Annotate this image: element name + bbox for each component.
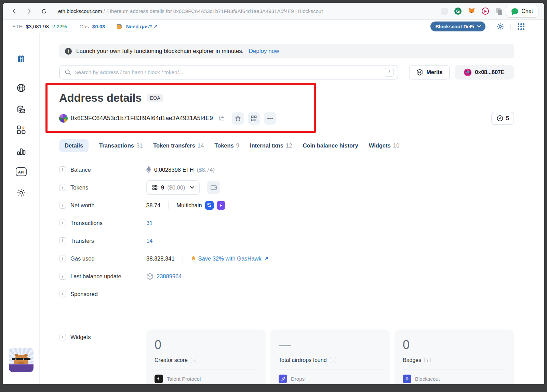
address-row: 0x6C9FC64A53c1b71FB3f9Af64d1ae3A4931A5f4… — [59, 112, 514, 125]
divider — [183, 254, 183, 263]
forward-icon[interactable] — [25, 8, 33, 15]
merits-label: Merits — [426, 69, 442, 75]
eth-change: 2.22% — [52, 24, 67, 29]
info-icon[interactable]: i — [59, 334, 66, 340]
info-icon[interactable]: i — [59, 237, 66, 244]
sidebar-api-icon[interactable]: API — [15, 167, 27, 178]
tab-transactions[interactable]: Transactions31 — [99, 142, 143, 149]
tab-tokens[interactable]: Tokens9 — [214, 142, 239, 149]
transactions-count-link[interactable]: 31 — [146, 220, 152, 226]
tab-token-transfers[interactable]: Token transfers14 — [153, 142, 204, 149]
chat-button[interactable]: Chat — [506, 5, 538, 17]
gashawk-link[interactable]: Save 32% with GasHawk↗ — [191, 255, 269, 262]
drops-rocket-icon — [279, 375, 287, 383]
info-icon[interactable]: i — [59, 273, 66, 280]
zapper-icon[interactable] — [217, 201, 225, 210]
address-avatar — [59, 114, 68, 123]
capybara-mascot[interactable] — [9, 348, 34, 372]
info-icon[interactable]: i — [59, 255, 66, 262]
balance-label: Balance — [70, 167, 91, 173]
back-icon[interactable] — [10, 8, 18, 15]
airdrops-source: Drops — [291, 376, 305, 382]
tokens-dropdown-button[interactable]: 9 ($0.00) — [146, 180, 200, 195]
metamask-icon[interactable] — [468, 7, 476, 15]
multichain-label: Multichain — [176, 202, 202, 209]
details-panel: iBalance 0.0028398 ETH ($8.74) iTokens 9… — [59, 161, 514, 384]
pinned-extension-icon[interactable] — [440, 7, 448, 15]
last-balance-update-block-link[interactable]: 23889964 — [157, 273, 182, 280]
tokens-row: iTokens 9 ($0.00) — [59, 179, 514, 196]
tab-bar: Details Transactions31 Token transfers14… — [59, 139, 514, 152]
copy-address-button[interactable] — [216, 112, 228, 125]
blockscout-badge-icon — [403, 375, 411, 383]
gas-pump-icon — [117, 24, 122, 30]
info-icon[interactable]: i — [191, 357, 197, 363]
sidebar: API — [3, 33, 40, 384]
tab-widgets[interactable]: Widgets10 — [369, 142, 399, 149]
creator-score-source: Talent Protocol — [167, 376, 201, 382]
creator-score-card[interactable]: 0 Creator scorei Talent Protocol — [146, 330, 266, 384]
info-icon[interactable]: i — [59, 202, 66, 209]
grammarly-icon[interactable]: G — [454, 7, 462, 15]
tokens-count: 9 — [161, 184, 164, 191]
main-content: i Launch your own fully functioning bloc… — [40, 33, 544, 384]
gas-price-link[interactable]: $0.03 — [92, 24, 105, 29]
info-icon[interactable]: i — [59, 220, 66, 226]
ethereum-icon — [146, 166, 151, 173]
search-box[interactable]: / — [59, 65, 398, 80]
divider — [403, 369, 506, 369]
dots-horizontal-icon — [267, 117, 273, 120]
info-icon[interactable]: i — [59, 184, 66, 191]
extension-icons: G — [440, 7, 503, 15]
settings-gear-icon[interactable] — [494, 22, 506, 32]
qr-code-button[interactable] — [248, 112, 260, 125]
dapp-interactions-button[interactable]: 5 — [491, 112, 514, 125]
sidebar-settings-gear-icon[interactable] — [16, 188, 26, 199]
address-bar[interactable]: eth.blockscout.com / Ethereum address de… — [58, 8, 437, 14]
sidebar-dapps-icon[interactable] — [16, 125, 26, 136]
tab-internal-txns[interactable]: Internal txns12 — [250, 142, 292, 149]
info-icon[interactable]: i — [59, 166, 66, 173]
chat-label: Chat — [521, 8, 533, 14]
deploy-now-link[interactable]: Deploy now — [249, 48, 279, 55]
info-icon[interactable]: i — [59, 291, 66, 297]
sidebar-network-globe-icon[interactable] — [16, 83, 26, 94]
deploy-banner: i Launch your own fully functioning bloc… — [59, 44, 514, 58]
merits-button[interactable]: Merits — [409, 65, 450, 80]
zerion-icon[interactable] — [205, 201, 214, 210]
wallet-short-address: 0x08...607E — [475, 69, 504, 75]
search-row: / Merits 0x08...607E — [59, 65, 514, 80]
blockscout-logo-icon[interactable] — [16, 53, 27, 66]
more-options-button[interactable] — [264, 112, 276, 125]
badges-card[interactable]: 0 Badgesi Blockscout — [395, 330, 514, 384]
info-icon[interactable]: i — [330, 357, 336, 363]
favorite-star-button[interactable] — [232, 112, 244, 125]
airdrops-card[interactable]: — Total airdrops foundi Drops — [270, 330, 390, 384]
video-extension-icon[interactable] — [481, 7, 489, 15]
refresh-icon[interactable] — [40, 8, 48, 15]
tokens-label: Tokens — [70, 184, 88, 191]
search-input[interactable] — [75, 69, 382, 75]
chevron-down-icon — [477, 25, 481, 28]
transfers-count-link[interactable]: 14 — [146, 238, 152, 244]
url-path: / Ethereum address details for 0x6C9FC64… — [102, 8, 323, 14]
apps-grid-icon[interactable] — [515, 22, 527, 32]
token-wallet-button[interactable] — [207, 181, 220, 194]
tokens-usd: ($0.00) — [167, 184, 185, 191]
tab-coin-balance-history[interactable]: Coin balance history — [303, 142, 358, 149]
chevron-down-icon — [190, 186, 194, 189]
need-gas-link[interactable]: Need gas? ↗ — [126, 24, 158, 30]
sidebar-stats-icon[interactable] — [16, 146, 26, 157]
tab-details[interactable]: Details — [59, 139, 89, 152]
sidebar-tokens-icon[interactable] — [16, 104, 26, 116]
widget-cards: 0 Creator scorei Talent Protocol — Total… — [146, 330, 514, 384]
connected-wallet-button[interactable]: 0x08...607E — [455, 65, 514, 80]
defi-dropdown-button[interactable]: Blockscout DeFi — [430, 22, 485, 31]
docs-extension-icon[interactable] — [495, 7, 503, 15]
balance-row: iBalance 0.0028398 ETH ($8.74) — [59, 161, 514, 179]
transfers-row: iTransfers 14 — [59, 232, 514, 250]
annotation-red-box — [45, 83, 316, 133]
transfers-label: Transfers — [70, 238, 94, 244]
info-icon[interactable]: i — [424, 357, 431, 363]
eoa-badge: EOA — [147, 94, 163, 102]
